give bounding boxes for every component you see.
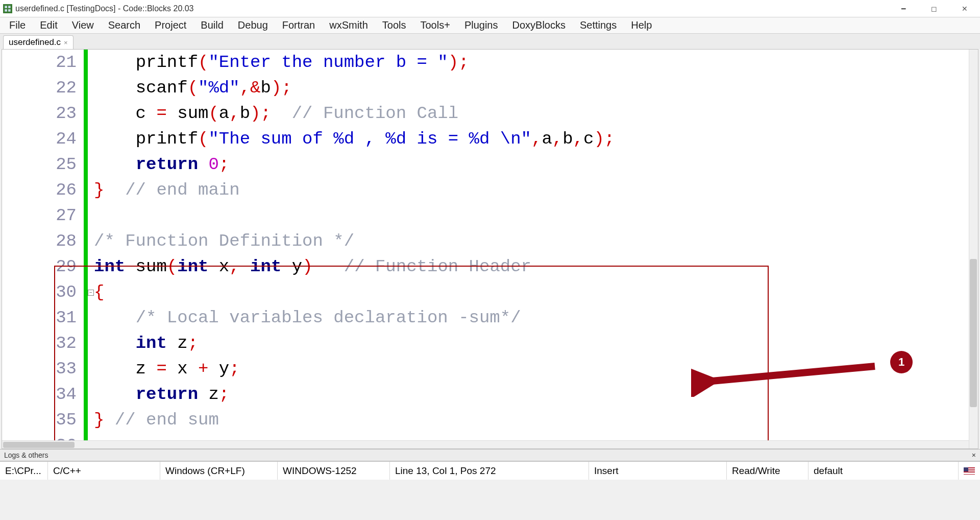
status-encoding[interactable]: WINDOWS-1252 (278, 462, 390, 480)
status-readwrite: Read/Write (727, 462, 808, 480)
menu-edit[interactable]: Edit (33, 17, 64, 33)
code-line[interactable]: int sum(int x, int y) // Function Header (94, 254, 968, 279)
status-locale-flag[interactable] (959, 462, 980, 480)
window-title: userdefined.c [TestingDocs] - Code::Bloc… (15, 4, 888, 13)
code-line[interactable]: { (94, 279, 968, 305)
status-profile[interactable]: default (808, 462, 959, 480)
menu-file[interactable]: File (2, 17, 33, 33)
horizontal-scrollbar[interactable] (2, 440, 969, 448)
line-number: 28 (2, 228, 84, 254)
editor-tab-label: userdefined.c (9, 37, 61, 48)
annotation-badge: 1 (890, 351, 913, 373)
menu-project[interactable]: Project (148, 17, 193, 33)
fold-column (88, 50, 94, 448)
horizontal-scroll-thumb[interactable] (3, 442, 75, 448)
svg-rect-0 (3, 4, 12, 13)
line-number: 21 (2, 50, 84, 75)
menu-search[interactable]: Search (101, 17, 148, 33)
code-line[interactable]: /* Function Definition */ (94, 228, 968, 254)
status-eol[interactable]: Windows (CR+LF) (160, 462, 278, 480)
code-line[interactable]: scanf("%d",&b); (94, 75, 968, 101)
code-line[interactable]: /* Local variables declaration -sum*/ (94, 305, 968, 330)
maximize-button[interactable]: ◻ (919, 0, 949, 17)
statusbar: E:\CPr... C/C++ Windows (CR+LF) WINDOWS-… (0, 461, 980, 480)
menu-tools[interactable]: Tools+ (413, 17, 457, 33)
line-number: 29 (2, 254, 84, 279)
line-number: 33 (2, 356, 84, 382)
window-titlebar: userdefined.c [TestingDocs] - Code::Bloc… (0, 0, 980, 17)
code-line[interactable]: z = x + y; (94, 356, 968, 382)
code-line[interactable]: return 0; (94, 152, 968, 177)
code-line[interactable]: return z; (94, 382, 968, 407)
menu-doxyblocks[interactable]: DoxyBlocks (505, 17, 572, 33)
logs-panel-header[interactable]: Logs & others × (0, 449, 980, 461)
minimize-button[interactable]: ━ (888, 0, 919, 17)
logs-panel-label: Logs & others (4, 451, 48, 459)
svg-rect-1 (5, 6, 7, 8)
code-line[interactable]: int z; (94, 330, 968, 356)
svg-rect-4 (8, 9, 11, 12)
line-number: 25 (2, 152, 84, 177)
code-line[interactable]: printf("The sum of %d , %d is = %d \n",a… (94, 126, 968, 152)
code-line[interactable]: c = sum(a,b); // Function Call (94, 101, 968, 126)
line-number: 34 (2, 382, 84, 407)
line-number: 27 (2, 203, 84, 228)
line-number: 26 (2, 177, 84, 203)
app-icon (3, 4, 12, 13)
status-path: E:\CPr... (0, 462, 48, 480)
menu-fortran[interactable]: Fortran (275, 17, 322, 33)
code-line[interactable]: } // end main (94, 177, 968, 203)
status-insert-mode[interactable]: Insert (589, 462, 727, 480)
line-number: 30 (2, 279, 84, 305)
logs-panel-close-icon[interactable]: × (972, 451, 976, 459)
menu-build[interactable]: Build (193, 17, 230, 33)
menubar: FileEditViewSearchProjectBuildDebugFortr… (0, 17, 980, 34)
menu-plugins[interactable]: Plugins (457, 17, 505, 33)
fold-toggle-icon[interactable]: − (88, 290, 94, 296)
code-line[interactable] (94, 203, 968, 228)
code-area[interactable]: printf("Enter the number b = "); scanf("… (94, 50, 968, 448)
menu-settings[interactable]: Settings (573, 17, 624, 33)
line-number: 22 (2, 75, 84, 101)
menu-view[interactable]: View (65, 17, 101, 33)
menu-help[interactable]: Help (624, 17, 659, 33)
vertical-scroll-thumb[interactable] (970, 259, 977, 407)
editor-tabstrip: userdefined.c × (0, 34, 980, 49)
code-editor[interactable]: 21222324252627282930313233343536 − print… (2, 49, 978, 449)
close-tab-icon[interactable]: × (64, 39, 68, 46)
code-line[interactable]: printf("Enter the number b = "); (94, 50, 968, 75)
menu-tools[interactable]: Tools (375, 17, 413, 33)
line-number: 32 (2, 330, 84, 356)
line-number-gutter: 21222324252627282930313233343536 (2, 50, 84, 448)
code-line[interactable]: } // end sum (94, 407, 968, 433)
us-flag-icon (964, 467, 975, 475)
svg-rect-3 (5, 9, 7, 12)
status-caret: Line 13, Col 1, Pos 272 (390, 462, 589, 480)
editor-tab[interactable]: userdefined.c × (3, 35, 74, 49)
svg-rect-2 (8, 6, 11, 8)
menu-wxsmith[interactable]: wxSmith (322, 17, 375, 33)
status-language[interactable]: C/C++ (48, 462, 160, 480)
menu-debug[interactable]: Debug (231, 17, 275, 33)
line-number: 35 (2, 407, 84, 433)
vertical-scrollbar[interactable] (969, 50, 978, 448)
line-number: 31 (2, 305, 84, 330)
close-button[interactable]: ✕ (949, 0, 980, 17)
line-number: 24 (2, 126, 84, 152)
change-indicator-bar (84, 50, 88, 448)
line-number: 23 (2, 101, 84, 126)
